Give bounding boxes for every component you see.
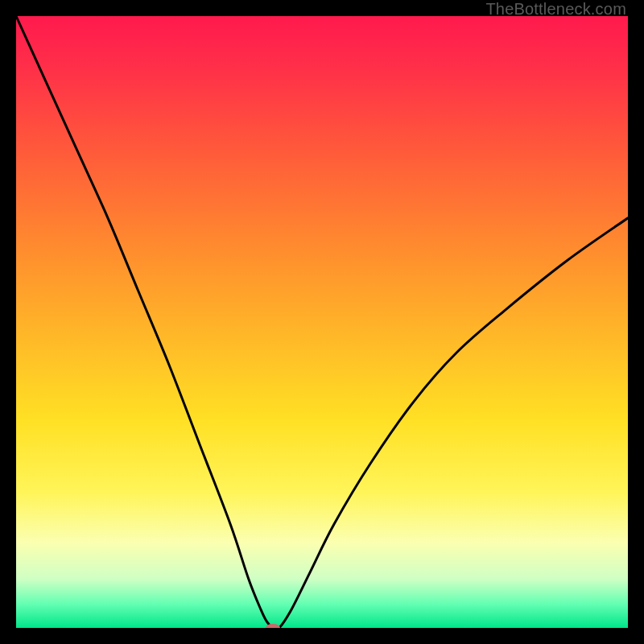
chart-frame: TheBottleneck.com	[0, 0, 644, 644]
curve-plot	[16, 16, 628, 628]
curve-line	[16, 16, 628, 628]
plot-area	[16, 16, 628, 628]
